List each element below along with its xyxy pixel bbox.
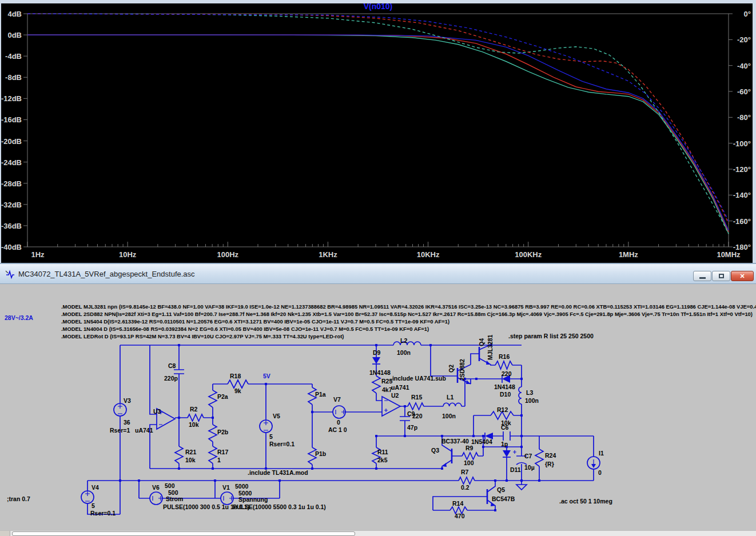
minimize-button[interactable] (693, 271, 711, 281)
svg-text:-20°: -20° (737, 35, 751, 44)
label-r15: R15 (411, 394, 422, 401)
label-v4-val: 5 (91, 502, 95, 509)
label-u3-model: uA741 (135, 427, 153, 434)
label-r24: R24 (545, 452, 556, 459)
label-r14-val: 470 (455, 513, 465, 519)
svg-text:4dB: 4dB (7, 10, 22, 18)
svg-text:10MHz: 10MHz (717, 250, 741, 259)
label-l1: L1 (447, 394, 453, 401)
label-v1-name2: Spannung (238, 496, 268, 503)
svg-text:-160°: -160° (733, 217, 751, 226)
window-title: MC34072_TL431A_5VRef_abgespeckt_Endstufe… (18, 270, 195, 278)
svg-text:-36dB: -36dB (1, 222, 22, 230)
svg-text:-16dB: -16dB (1, 115, 22, 124)
svg-text:-4dB: -4dB (5, 52, 22, 61)
label-u2-model: uA741 (391, 384, 409, 391)
pane-border-left (0, 0, 1, 263)
svg-text:-8dB: -8dB (5, 73, 22, 82)
label-d9-model: 1N4148 (369, 369, 391, 376)
label-q4: Q4 (478, 338, 485, 346)
label-q5-model: BC547B (492, 495, 515, 502)
svg-text:-80°: -80° (737, 113, 751, 122)
maximize-icon (719, 274, 724, 278)
pane-border-top (0, 0, 756, 3)
directive-step: .step param R list 25 250 2500 (508, 333, 594, 339)
label-v5-val: 5 (269, 433, 273, 440)
label-r16: R16 (499, 353, 510, 360)
label-v1-val1: 5000 (235, 483, 249, 490)
scrollbar-corner (0, 531, 10, 536)
label-q3-model: BC337-40 (441, 438, 469, 445)
directive-include-ua741: .include UA741.sub (391, 375, 446, 382)
label-r2-val: 10k (189, 421, 199, 428)
label-v7-ac: AC 1 0 (328, 426, 347, 433)
model-line-5: .MODEL LEDRot D (IS=93.1P RS=42M N=3.73 … (61, 333, 344, 339)
label-supply-net: 28V~/3.2A (5, 314, 33, 321)
label-p1a: P1a (315, 391, 326, 398)
label-v5: V5 (273, 413, 280, 419)
svg-text:-120°: -120° (733, 165, 751, 174)
label-r7-val: 0.2 (461, 484, 469, 491)
label-v6-val1: 500 (165, 482, 175, 489)
window-titlebar[interactable]: MC34072_TL431A_5VRef_abgespeckt_Endstufe… (0, 263, 756, 284)
directive-include-tl431: .include TL431A.mod (248, 469, 308, 476)
label-v7-val: 0 (337, 419, 340, 426)
label-1n5404: 1N5404 (471, 438, 492, 445)
svg-text:-24dB: -24dB (1, 158, 22, 167)
label-c7-val: 10µ (524, 464, 535, 471)
label-p2a: P2a (217, 393, 228, 400)
label-v3: V3 (124, 397, 131, 404)
bode-plot[interactable]: 4dB0dB-4dB-8dB-12dB-16dB-20dB-24dB-28dB-… (0, 0, 756, 263)
svg-text:-60°: -60° (737, 87, 751, 96)
label-d9: D9 (373, 349, 381, 356)
label-v4: V4 (91, 484, 99, 491)
label-r15-val: 220 (412, 413, 423, 419)
label-c7: C7 (524, 453, 532, 459)
model-line-2: .MODEL 2SD882 NPN(Is=282f Xti=3 Eg=1.11 … (61, 311, 753, 317)
label-r17-val: 1 (217, 457, 221, 463)
svg-text:-20dB: -20dB (1, 137, 22, 146)
ground-icon (516, 485, 527, 490)
svg-text:10Hz: 10Hz (119, 250, 137, 259)
label-c6: C6 (501, 424, 509, 431)
label-i1-val: 0 (598, 469, 602, 476)
label-r16-val: 220 (502, 370, 512, 377)
maximize-button[interactable] (712, 271, 730, 281)
svg-text:1MHz: 1MHz (619, 250, 638, 259)
label-r18-val: 9k (234, 387, 241, 394)
label-l2: L2 (400, 337, 407, 344)
label-v7: V7 (333, 396, 341, 403)
c7-plus-icon (513, 450, 516, 454)
close-button[interactable]: ✕ (731, 271, 754, 281)
label-r21-val: 10k (185, 457, 196, 463)
label-v3-rser: Rser=1 (110, 427, 130, 434)
svg-text:10KHz: 10KHz (417, 250, 440, 259)
label-c9-val: 47p (407, 424, 417, 431)
label-l3-val: 100n (525, 397, 539, 404)
schematic-canvas[interactable]: .MODEL MJL3281 npn (IS=9.8145e-12 BF=438… (0, 284, 756, 530)
svg-text:100Hz: 100Hz (217, 250, 238, 259)
label-l1-val: 100n (442, 413, 456, 419)
pane-border-right (753, 0, 756, 263)
label-q3: Q3 (431, 447, 439, 454)
window-controls: ✕ (693, 271, 754, 281)
minimize-icon (699, 277, 706, 279)
directive-tran: ;tran 0.7 (7, 495, 30, 502)
label-c6-val: 1p (501, 441, 508, 447)
scrollbar-thumb[interactable] (12, 531, 355, 536)
label-r11-val: 2k5 (377, 457, 388, 463)
schematic-window: MC34072_TL431A_5VRef_abgespeckt_Endstufe… (0, 263, 756, 536)
label-v5-rser: Rser=0.1 (269, 441, 295, 447)
horizontal-scrollbar[interactable] (0, 530, 756, 536)
label-u2: U2 (391, 392, 399, 399)
label-q2: Q2 (448, 365, 455, 373)
svg-text:0°: 0° (744, 10, 751, 18)
label-v1: V1 (222, 484, 230, 491)
svg-text:-12dB: -12dB (1, 94, 22, 103)
label-r18: R18 (230, 373, 241, 379)
label-d11: D11 (510, 466, 521, 473)
label-l2-val: 100n (397, 349, 411, 356)
model-line-1: .MODEL MJL3281 npn (IS=9.8145e-12 BF=438… (61, 303, 756, 310)
label-r17: R17 (217, 449, 228, 455)
label-q4-model: MJL3281 (487, 334, 494, 360)
